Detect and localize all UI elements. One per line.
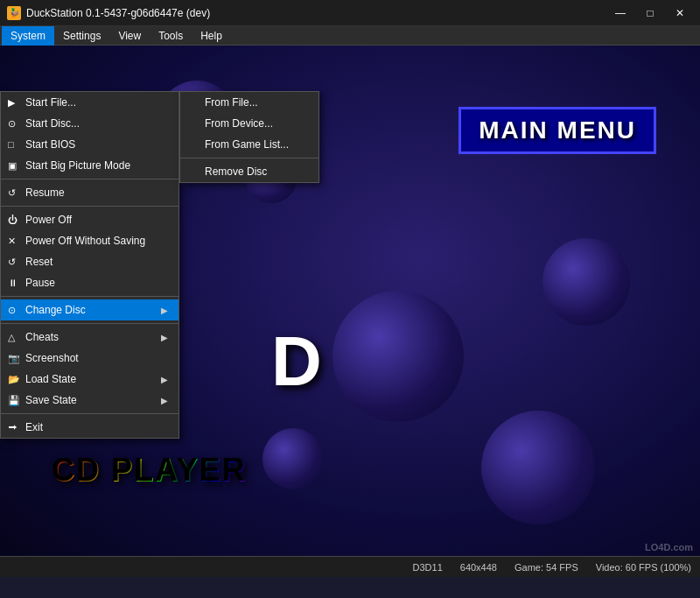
remove-disc-item[interactable]: Remove Disc bbox=[180, 161, 318, 182]
from-game-list-label: From Game List... bbox=[205, 138, 289, 151]
screenshot-label: Screenshot bbox=[25, 352, 79, 364]
start-big-picture-label: Start Big Picture Mode bbox=[25, 159, 130, 172]
menu-cheats[interactable]: △ Cheats ▶ bbox=[1, 327, 178, 348]
cd-player-banner: CD PLAYER bbox=[52, 453, 248, 489]
menu-start-big-picture[interactable]: ▣ Start Big Picture Mode bbox=[1, 155, 178, 176]
minimize-button[interactable]: — bbox=[607, 4, 634, 23]
menu-power-off-no-save[interactable]: ✕ Power Off Without Saving bbox=[1, 230, 178, 251]
menu-system[interactable]: System bbox=[2, 26, 54, 46]
menu-bar: System Settings View Tools Help bbox=[0, 26, 700, 46]
menu-power-off[interactable]: ⏻ Power Off bbox=[1, 209, 178, 230]
menu-tools[interactable]: Tools bbox=[150, 26, 192, 46]
cheats-label: Cheats bbox=[25, 331, 59, 343]
menu-start-file[interactable]: ▶ Start File... bbox=[1, 92, 178, 113]
status-bar: D3D11 640x448 Game: 54 FPS Video: 60 FPS… bbox=[0, 556, 700, 577]
power-nosave-icon: ✕ bbox=[8, 236, 16, 247]
menu-view[interactable]: View bbox=[109, 26, 150, 46]
sphere-decoration-6 bbox=[332, 291, 464, 422]
menu-pause[interactable]: ⏸ Pause bbox=[1, 272, 178, 293]
game-fps-status: Game: 54 FPS bbox=[514, 562, 578, 573]
save-state-icon: 💾 bbox=[8, 395, 20, 406]
main-menu-banner: MAIN MENU bbox=[458, 107, 656, 154]
menu-reset[interactable]: ↺ Reset bbox=[1, 251, 178, 272]
window-title: DuckStation 0.1-5437-g06d6447e (dev) bbox=[26, 7, 210, 19]
from-file-item[interactable]: From File... bbox=[180, 92, 318, 113]
menu-load-state[interactable]: 📂 Load State ▶ bbox=[1, 369, 178, 390]
system-dropdown-menu: ▶ Start File... ⊙ Start Disc... □ Start … bbox=[0, 91, 179, 439]
d-letter-decoration: D bbox=[271, 321, 322, 402]
from-device-label: From Device... bbox=[205, 117, 273, 130]
remove-disc-label: Remove Disc bbox=[205, 165, 267, 178]
separator-4 bbox=[1, 323, 178, 324]
cheats-icon: △ bbox=[8, 332, 15, 343]
exit-label: Exit bbox=[25, 421, 43, 433]
app-icon: 🦆 bbox=[7, 6, 21, 20]
power-icon: ⏻ bbox=[8, 215, 18, 225]
separator-2 bbox=[1, 206, 178, 207]
title-bar-left: 🦆 DuckStation 0.1-5437-g06d6447e (dev) bbox=[7, 6, 210, 20]
change-disc-icon: ⊙ bbox=[8, 305, 16, 316]
menu-start-bios[interactable]: □ Start BIOS bbox=[1, 134, 178, 155]
resolution-status: 640x448 bbox=[460, 562, 497, 573]
start-disc-icon: ⊙ bbox=[8, 118, 16, 130]
from-file-label: From File... bbox=[205, 96, 258, 109]
close-button[interactable]: ✕ bbox=[667, 4, 693, 23]
big-picture-icon: ▣ bbox=[8, 160, 17, 172]
change-disc-submenu: From File... From Device... From Game Li… bbox=[179, 91, 319, 183]
window-controls: — □ ✕ bbox=[607, 4, 693, 23]
power-off-nosave-label: Power Off Without Saving bbox=[25, 235, 145, 247]
menu-exit[interactable]: ⮕ Exit bbox=[1, 417, 178, 438]
sphere-decoration-3 bbox=[542, 238, 630, 326]
maximize-button[interactable]: □ bbox=[637, 4, 663, 23]
start-file-label: Start File... bbox=[25, 96, 76, 109]
from-device-item[interactable]: From Device... bbox=[180, 113, 318, 134]
video-fps-status: Video: 60 FPS (100%) bbox=[596, 562, 691, 573]
menu-settings[interactable]: Settings bbox=[54, 26, 109, 46]
exit-icon: ⮕ bbox=[8, 422, 18, 433]
watermark: LO4D.com bbox=[645, 542, 693, 552]
pause-icon: ⏸ bbox=[8, 278, 18, 288]
save-state-label: Save State bbox=[25, 394, 77, 406]
start-bios-label: Start BIOS bbox=[25, 138, 75, 151]
pause-label: Pause bbox=[25, 277, 55, 289]
cheats-arrow: ▶ bbox=[161, 333, 168, 342]
change-disc-label: Change Disc bbox=[25, 304, 86, 316]
save-state-arrow: ▶ bbox=[161, 396, 168, 405]
menu-change-disc[interactable]: ⊙ Change Disc ▶ bbox=[1, 299, 178, 320]
start-bios-icon: □ bbox=[8, 139, 14, 150]
renderer-status: D3D11 bbox=[413, 562, 443, 573]
main-content: MAIN MENU D CD PLAYER ▶ Start File... ⊙ … bbox=[0, 46, 700, 577]
resume-label: Resume bbox=[25, 186, 65, 199]
reset-label: Reset bbox=[25, 256, 52, 268]
load-state-arrow: ▶ bbox=[161, 375, 168, 384]
separator-5 bbox=[1, 413, 178, 414]
menu-save-state[interactable]: 💾 Save State ▶ bbox=[1, 390, 178, 411]
resume-icon: ↺ bbox=[8, 187, 16, 199]
load-state-icon: 📂 bbox=[8, 374, 20, 385]
sphere-decoration-4 bbox=[481, 411, 595, 524]
from-game-list-item[interactable]: From Game List... bbox=[180, 134, 318, 155]
sphere-decoration-5 bbox=[262, 428, 324, 489]
start-file-icon: ▶ bbox=[8, 97, 15, 109]
menu-help[interactable]: Help bbox=[192, 26, 231, 46]
screenshot-icon: 📷 bbox=[8, 353, 20, 364]
start-disc-label: Start Disc... bbox=[25, 117, 80, 130]
separator-1 bbox=[1, 179, 178, 179]
menu-resume[interactable]: ↺ Resume bbox=[1, 182, 178, 203]
menu-start-disc[interactable]: ⊙ Start Disc... bbox=[1, 113, 178, 134]
power-off-label: Power Off bbox=[25, 214, 72, 226]
separator-3 bbox=[1, 296, 178, 297]
menu-screenshot[interactable]: 📷 Screenshot bbox=[1, 348, 178, 369]
submenu-separator bbox=[180, 158, 318, 158]
load-state-label: Load State bbox=[25, 373, 76, 385]
reset-icon: ↺ bbox=[8, 257, 16, 268]
change-disc-arrow: ▶ bbox=[161, 306, 168, 315]
title-bar: 🦆 DuckStation 0.1-5437-g06d6447e (dev) —… bbox=[0, 0, 700, 26]
